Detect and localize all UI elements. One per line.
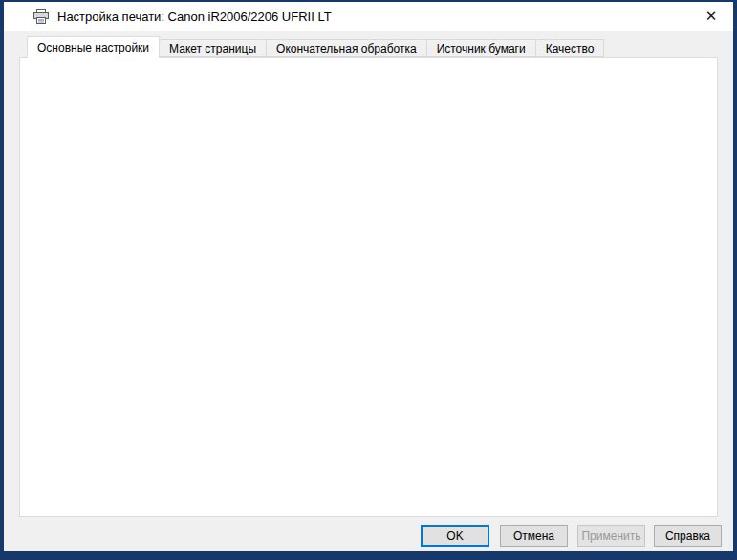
tab-paper-source[interactable]: Источник бумаги bbox=[427, 39, 536, 57]
cancel-button[interactable]: Отмена bbox=[500, 525, 568, 547]
print-preferences-dialog: Настройка печати: Canon iR2006/2206 UFRI… bbox=[0, 0, 737, 560]
tab-basic-settings[interactable]: Основные настройки bbox=[27, 36, 160, 58]
window-title: Настройка печати: Canon iR2006/2206 UFRI… bbox=[57, 10, 332, 24]
tab-page-setup[interactable]: Макет страницы bbox=[160, 39, 267, 57]
printer-icon bbox=[33, 9, 50, 24]
ok-button[interactable]: OK bbox=[421, 525, 489, 547]
tab-quality[interactable]: Качество bbox=[536, 39, 605, 57]
close-button[interactable]: ✕ bbox=[699, 6, 724, 27]
tab-bar: Основные настройки Макет страницы Оконча… bbox=[27, 36, 604, 58]
tab-page-basic-settings bbox=[19, 57, 718, 517]
help-button[interactable]: Справка bbox=[654, 525, 722, 547]
title-bar: Настройка печати: Canon iR2006/2206 UFRI… bbox=[4, 2, 733, 31]
tab-finishing[interactable]: Окончательная обработка bbox=[267, 39, 427, 57]
apply-button: Применить bbox=[577, 525, 645, 547]
